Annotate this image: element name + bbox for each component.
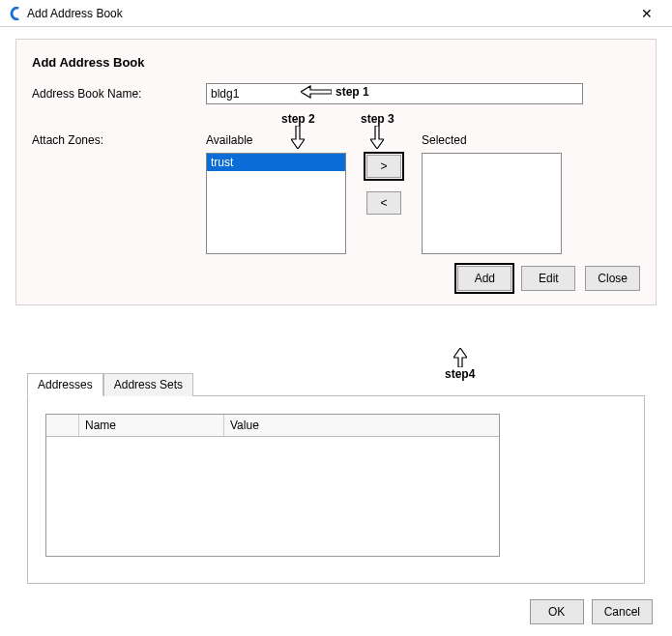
grid-header: Name Value bbox=[46, 415, 499, 437]
address-grid[interactable]: Name Value bbox=[45, 414, 500, 557]
tab-strip: Addresses Address Sets bbox=[27, 372, 645, 395]
window-close-button[interactable]: ✕ bbox=[628, 2, 666, 25]
address-book-name-input[interactable] bbox=[206, 83, 583, 104]
form-panel: Add Address Book Address Book Name: step… bbox=[15, 39, 657, 305]
move-left-button[interactable]: < bbox=[366, 191, 401, 215]
tab-panel: Name Value bbox=[27, 395, 645, 584]
window-title: Add Address Book bbox=[27, 7, 628, 20]
form-heading: Add Address Book bbox=[32, 55, 640, 70]
arrow-up-icon bbox=[453, 348, 467, 367]
zones-label: Attach Zones: bbox=[32, 133, 206, 147]
close-button[interactable]: Close bbox=[585, 266, 640, 291]
cancel-button[interactable]: Cancel bbox=[592, 599, 653, 624]
selected-header: Selected bbox=[422, 133, 562, 149]
available-column: Available trust bbox=[206, 133, 346, 254]
add-button[interactable]: Add bbox=[457, 266, 511, 291]
action-row: Add Edit Close bbox=[32, 266, 640, 291]
grid-col-name[interactable]: Name bbox=[79, 415, 224, 436]
ok-button[interactable]: OK bbox=[530, 599, 584, 624]
available-listbox[interactable]: trust bbox=[206, 153, 346, 254]
selected-column: Selected bbox=[422, 133, 562, 254]
tab-address-sets[interactable]: Address Sets bbox=[103, 373, 193, 396]
transfer-column: > < bbox=[346, 133, 422, 215]
available-header: Available bbox=[206, 133, 346, 149]
list-item[interactable]: trust bbox=[207, 154, 345, 171]
move-right-button[interactable]: > bbox=[366, 155, 401, 178]
name-label: Address Book Name: bbox=[32, 83, 206, 101]
tabs-container: Addresses Address Sets Name Value bbox=[27, 372, 645, 584]
dialog-footer: OK Cancel bbox=[530, 599, 653, 624]
selected-listbox[interactable] bbox=[422, 153, 562, 254]
zones-row: Attach Zones: Available trust > < Select… bbox=[32, 133, 640, 254]
edit-button[interactable]: Edit bbox=[521, 266, 575, 291]
app-logo-icon bbox=[8, 7, 21, 20]
name-row: Address Book Name: step 1 bbox=[32, 83, 640, 104]
grid-col-value[interactable]: Value bbox=[224, 415, 499, 436]
tab-addresses[interactable]: Addresses bbox=[27, 373, 103, 396]
grid-col-select[interactable] bbox=[46, 415, 79, 436]
titlebar: Add Address Book ✕ bbox=[0, 0, 672, 27]
